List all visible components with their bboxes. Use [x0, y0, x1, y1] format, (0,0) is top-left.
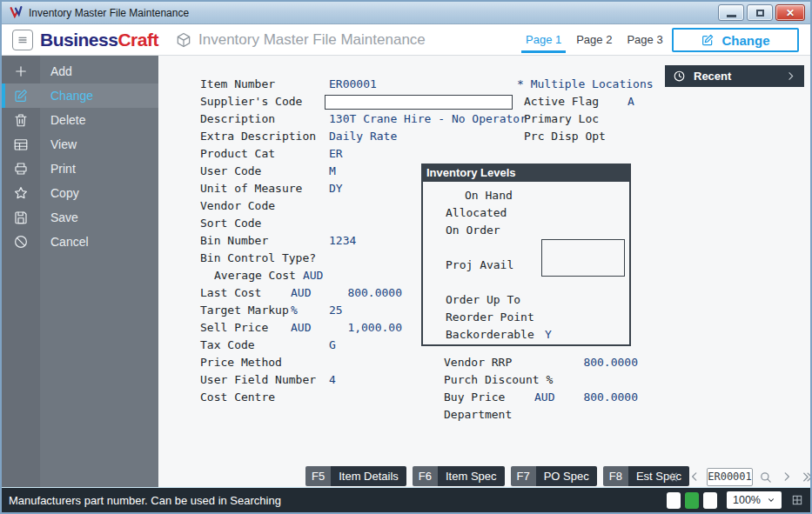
sidebar-item-save[interactable]: Save — [2, 205, 158, 230]
field-unit — [534, 406, 573, 424]
last-record-button[interactable] — [799, 467, 812, 486]
hamburger-menu-button[interactable] — [12, 30, 33, 50]
sidebar: Add Change Delete View Print Copy Save C… — [2, 56, 158, 489]
field-label: Price Method — [200, 354, 291, 371]
field-unit — [291, 232, 329, 250]
pencil-icon — [2, 88, 40, 103]
inventory-level-row — [423, 274, 629, 291]
form-field-row: Description 130T Crane Hire - No Operato… — [200, 110, 527, 128]
sidebar-item-print[interactable]: Print — [2, 157, 158, 181]
sidebar-item-copy[interactable]: Copy — [2, 181, 158, 205]
field-label — [446, 239, 545, 257]
recent-button[interactable]: Recent — [665, 65, 804, 87]
field-unit — [291, 110, 329, 128]
field-label: Proj Avail — [446, 257, 545, 274]
field-label: User Code — [200, 163, 291, 180]
zoom-level-value: 100% — [733, 494, 761, 506]
suppliers-code-input[interactable] — [325, 95, 513, 110]
fkey-f7[interactable]: F7 PO Spec — [511, 466, 597, 486]
plus-icon — [2, 63, 40, 79]
field-label: Buy Price — [444, 389, 534, 406]
sidebar-item-view[interactable]: View — [2, 132, 158, 157]
field-unit: AUD — [303, 267, 323, 284]
minimize-button[interactable] — [718, 4, 744, 21]
field-label: Vendor RRP — [444, 354, 534, 371]
application-window: Inventory Master File Maintenance ✕ Busi… — [0, 0, 812, 514]
field-label: Purch Discount % — [444, 371, 534, 389]
save-icon — [2, 210, 40, 225]
field-unit — [291, 354, 329, 371]
field-label: Tax Code — [200, 337, 291, 354]
status-badge[interactable] — [685, 492, 699, 509]
app-header: BusinessCraft Inventory Master File Main… — [2, 24, 810, 56]
status-message: Manufacturers part number. Can be used i… — [9, 494, 281, 507]
close-button[interactable]: ✕ — [775, 4, 805, 21]
pencil-icon — [701, 33, 715, 47]
inventory-level-row: Allocated — [423, 204, 629, 222]
field-label: Bin Control Type? — [200, 250, 291, 267]
field-value: ER00001 — [329, 76, 377, 93]
field-value: Daily Rate — [329, 128, 397, 145]
status-badge[interactable] — [667, 492, 681, 509]
field-label: Unit of Measure — [200, 180, 291, 197]
field-label: Last Cost — [200, 284, 291, 302]
sidebar-item-delete[interactable]: Delete — [2, 108, 158, 132]
window-title: Inventory Master File Maintenance — [29, 7, 189, 19]
field-label: On Hand — [465, 187, 513, 204]
change-action-button[interactable]: Change — [672, 28, 799, 52]
cube-icon — [175, 31, 192, 49]
inventory-level-row: Order Up To — [423, 291, 629, 309]
form-field-row: Primary Loc — [517, 110, 654, 128]
inventory-levels-title: Inventory Levels — [421, 164, 631, 182]
field-unit — [291, 76, 329, 93]
field-value: 130T Crane Hire - No Operator — [329, 110, 527, 128]
tab-page-1[interactable]: Page 1 — [526, 24, 561, 55]
zoom-level-select[interactable]: 100% — [727, 491, 782, 509]
search-icon[interactable] — [757, 467, 774, 486]
field-unit: % — [291, 302, 329, 319]
field-label: Item Number — [200, 76, 291, 93]
field-label: Product Cat — [200, 145, 291, 163]
fkey-key: F6 — [413, 466, 438, 486]
fkey-key: F5 — [305, 466, 331, 486]
trash-icon — [2, 112, 40, 128]
main-form-area: Recent Item Number ER00001 Supplier's Co… — [158, 56, 810, 489]
inventory-level-row: Backorderable Y — [423, 326, 629, 344]
sidebar-item-cancel[interactable]: Cancel — [2, 230, 158, 254]
field-unit: AUD — [291, 319, 329, 337]
field-unit — [291, 371, 329, 389]
field-label: Order Up To — [446, 291, 545, 309]
tab-page-2[interactable]: Page 2 — [576, 24, 612, 55]
status-badge[interactable] — [703, 492, 717, 509]
record-number-input[interactable] — [707, 468, 753, 486]
proj-avail-box — [541, 239, 625, 277]
previous-record-button[interactable] — [686, 467, 702, 486]
field-unit — [291, 215, 329, 232]
field-label: User Field Number — [200, 371, 291, 389]
multiple-locations-note: * Multiple Locations — [517, 76, 654, 93]
sidebar-item-change[interactable]: Change — [2, 83, 158, 108]
grid-view-icon[interactable] — [791, 494, 803, 506]
sidebar-item-add[interactable]: Add — [2, 59, 158, 83]
form-field-row: Vendor RRP 800.0000 — [444, 354, 638, 371]
maximize-button[interactable] — [747, 4, 773, 21]
fkey-f6[interactable]: F6 Item Spec — [413, 466, 505, 486]
form-purchase-column: Vendor RRP 800.0000 Purch Discount % Buy… — [444, 354, 638, 424]
status-bar: Manufacturers part number. Can be used i… — [2, 487, 810, 512]
first-record-button[interactable] — [665, 467, 681, 486]
field-label: Sell Price — [200, 319, 291, 337]
app-icon — [9, 5, 23, 20]
inventory-levels-body: On Hand Allocated On Order Proj Avail Or… — [421, 182, 631, 346]
form-right-column: * Multiple Locations Active Flag A Prima… — [517, 76, 654, 145]
field-value: ER — [329, 145, 343, 163]
field-label: Primary Loc — [524, 110, 627, 128]
fkey-f5[interactable]: F5 Item Details — [305, 466, 406, 486]
inventory-level-row: Reorder Point — [423, 309, 629, 326]
tab-page-3[interactable]: Page 3 — [627, 24, 662, 55]
field-value: A — [627, 93, 634, 110]
form-field-row: Extra Description Daily Rate — [200, 128, 527, 145]
field-unit — [534, 354, 573, 371]
fkey-label: Item Details — [331, 466, 406, 486]
next-record-button[interactable] — [778, 467, 795, 486]
inventory-level-row: On Hand — [423, 187, 629, 204]
